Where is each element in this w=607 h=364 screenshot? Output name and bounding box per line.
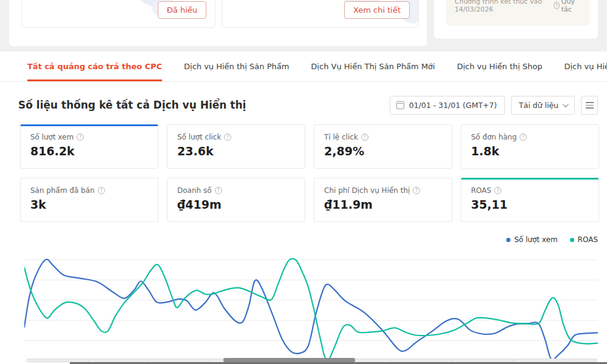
help-icon: ? xyxy=(520,133,527,141)
metric-card-0[interactable]: Số lượt xem?816.2k xyxy=(20,124,158,169)
metric-card-1[interactable]: Số lượt click?23.6k xyxy=(167,124,305,169)
wallet-panel: Nạp tiền Chương trình kết thúc vào 14/03… xyxy=(434,0,598,39)
announcement-card-2: Xem chi tiết xyxy=(222,0,419,28)
legend-item-1[interactable]: ROAS xyxy=(570,235,598,244)
metric-label: Số đơn hàng xyxy=(471,133,517,141)
metric-card-7[interactable]: ROAS?35,11 xyxy=(461,178,599,222)
download-data-label: Tải dữ liệu xyxy=(519,101,558,110)
legend-label: ROAS xyxy=(578,235,598,244)
help-icon: ? xyxy=(98,187,105,194)
promo-end-note: Chương trình kết thúc vào 14/03/2026 xyxy=(455,0,554,13)
metric-value: 2,89% xyxy=(324,144,442,158)
metric-label: Sản phẩm đã bán xyxy=(30,186,95,195)
help-icon: ? xyxy=(413,187,420,194)
list-view-button[interactable] xyxy=(581,96,598,115)
view-details-button[interactable]: Xem chi tiết xyxy=(344,1,410,19)
performance-line-chart[interactable] xyxy=(24,254,598,362)
metric-card-5[interactable]: Doanh số?₫419m xyxy=(167,178,305,222)
metric-label: Chi phí Dịch vụ Hiển thị xyxy=(324,186,410,195)
chart-scrollbar-thumb[interactable] xyxy=(223,358,355,362)
metric-card-4[interactable]: Sản phẩm đã bán?3k xyxy=(20,178,158,222)
help-icon: ? xyxy=(224,133,231,141)
rules-label: Quy tắc xyxy=(561,0,581,13)
metric-label: Số lượt xem xyxy=(30,133,73,141)
series-line-0 xyxy=(24,259,598,360)
chart-legend: Số lượt xemROAS xyxy=(506,235,598,244)
tab-0[interactable]: Tất cả quảng cáo trả theo CPC xyxy=(27,52,162,81)
stats-controls: 01/01 - 31/01 (GMT+7) Tải dữ liệu xyxy=(390,96,598,115)
announcement-panel: Đã hiểu Xem chi tiết xyxy=(9,0,427,46)
help-icon: ? xyxy=(76,133,84,141)
metric-label: Doanh số xyxy=(177,186,212,195)
help-icon: ? xyxy=(494,187,501,194)
tab-3[interactable]: Dịch vụ Hiển thị Shop xyxy=(457,52,543,81)
acknowledge-button[interactable]: Đã hiểu xyxy=(158,1,206,19)
metric-value: ₫11.9m xyxy=(324,198,442,211)
ads-dashboard-panel: Tất cả quảng cáo trả theo CPCDịch vụ Hiể… xyxy=(0,52,607,364)
tab-4[interactable]: Dịch vụ Hiển thị Livestream xyxy=(564,52,607,81)
rules-link[interactable]: ? Quy tắc xyxy=(554,0,581,13)
hamburger-icon xyxy=(586,102,594,103)
metric-value: 23.6k xyxy=(177,144,295,158)
metric-value: 1.8k xyxy=(471,144,589,158)
announcement-card-1: Đã hiểu xyxy=(21,0,215,28)
series-line-1 xyxy=(24,258,598,360)
metric-card-2[interactable]: Tỉ lệ click?2,89% xyxy=(314,124,452,169)
chevron-down-icon xyxy=(563,101,569,107)
tab-2[interactable]: Dịch Vụ Hiển Thị Sản Phẩm Mới xyxy=(311,52,435,81)
help-icon: ? xyxy=(215,187,222,194)
metric-label: Tỉ lệ click xyxy=(324,133,358,141)
download-data-button[interactable]: Tải dữ liệu xyxy=(511,96,575,115)
metric-value: 816.2k xyxy=(30,144,148,158)
metric-value: ₫419m xyxy=(177,198,295,211)
tab-1[interactable]: Dịch vụ Hiển thị Sản Phẩm xyxy=(184,52,289,81)
legend-item-0[interactable]: Số lượt xem xyxy=(506,235,557,244)
metric-value: 35,11 xyxy=(471,198,589,211)
legend-dot-icon xyxy=(570,238,574,242)
legend-label: Số lượt xem xyxy=(514,235,557,244)
metric-card-6[interactable]: Chi phí Dịch vụ Hiển thị?₫11.9m xyxy=(314,178,452,222)
stats-section-title: Số liệu thống kê tất cả Dịch vụ Hiển thị xyxy=(18,99,246,111)
date-range-value: 01/01 - 31/01 (GMT+7) xyxy=(409,101,497,110)
legend-dot-icon xyxy=(506,238,510,242)
ad-type-tabbar: Tất cả quảng cáo trả theo CPCDịch vụ Hiể… xyxy=(0,52,607,82)
wallet-promo-box: Nạp tiền Chương trình kết thúc vào 14/03… xyxy=(446,0,589,25)
date-range-picker[interactable]: 01/01 - 31/01 (GMT+7) xyxy=(390,96,505,115)
metric-card-3[interactable]: Số đơn hàng?1.8k xyxy=(461,124,599,169)
help-icon: ? xyxy=(361,133,368,141)
metric-value: 3k xyxy=(30,198,148,211)
calendar-icon xyxy=(396,101,404,109)
metric-cards-grid: Số lượt xem?816.2kSố lượt click?23.6kTỉ … xyxy=(20,124,599,222)
metric-label: ROAS xyxy=(471,186,491,195)
help-icon: ? xyxy=(554,2,560,9)
metric-label: Số lượt click xyxy=(177,133,221,141)
